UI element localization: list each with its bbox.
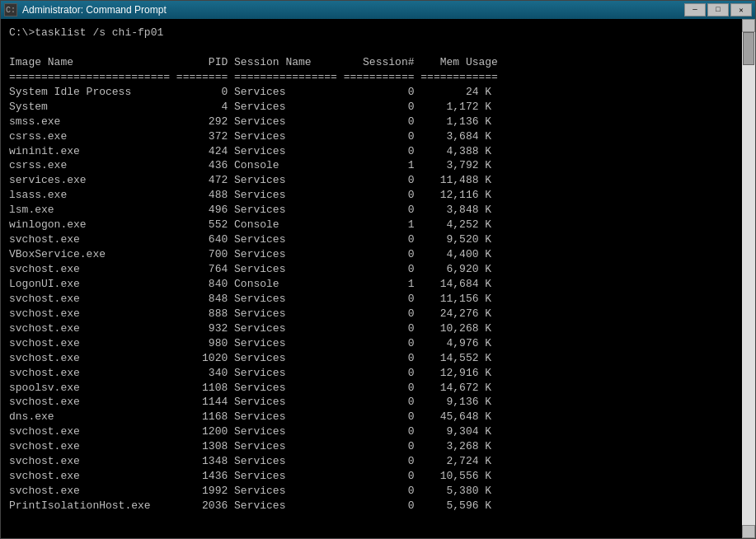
- title-bar-left: C: Administrator: Command Prompt: [4, 3, 167, 16]
- title-bar: C: Administrator: Command Prompt ─ □ ✕: [1, 1, 755, 19]
- main-window: C: Administrator: Command Prompt ─ □ ✕ C…: [0, 0, 756, 539]
- minimize-button[interactable]: ─: [684, 3, 706, 16]
- content-area: C:\>tasklist /s chi-fp01 Image Name PID …: [1, 19, 755, 538]
- scroll-thumb[interactable]: [743, 32, 754, 65]
- terminal-output[interactable]: C:\>tasklist /s chi-fp01 Image Name PID …: [1, 19, 742, 538]
- cmd-icon: C:: [4, 3, 17, 16]
- scrollbar[interactable]: ▲ ▼: [742, 19, 755, 538]
- scroll-up-button[interactable]: ▲: [742, 19, 755, 32]
- scroll-down-button[interactable]: ▼: [742, 525, 755, 538]
- close-button[interactable]: ✕: [730, 3, 752, 16]
- scroll-track[interactable]: [742, 32, 755, 525]
- window-title: Administrator: Command Prompt: [22, 4, 167, 16]
- title-bar-buttons: ─ □ ✕: [684, 3, 752, 16]
- restore-button[interactable]: □: [707, 3, 729, 16]
